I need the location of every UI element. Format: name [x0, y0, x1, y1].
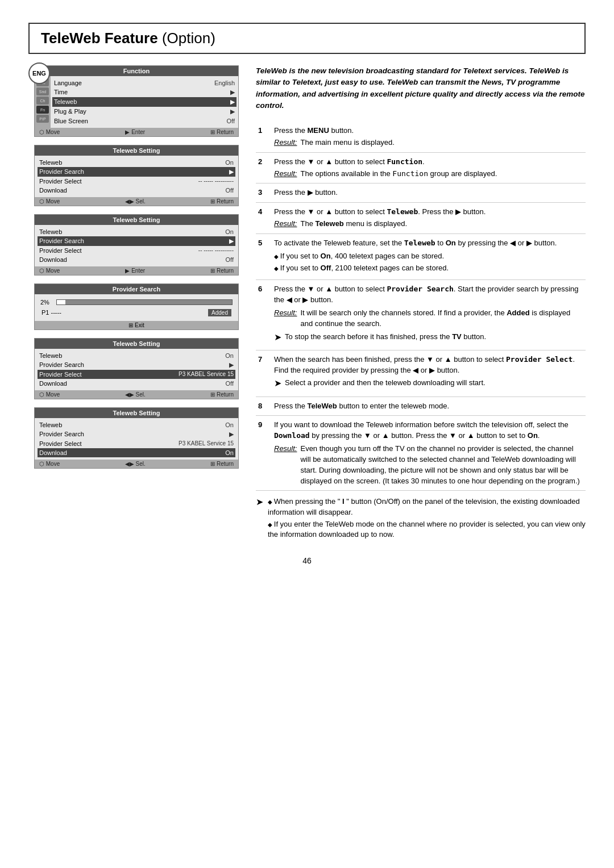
sidebar-icon-function: Fn [36, 106, 49, 114]
steps-table: 1 Press the MENU button. Result: The mai… [256, 122, 586, 491]
step-3-row: 3 Press the ▶ button. [256, 183, 586, 203]
sidebar-icon-channel: Ch [36, 97, 49, 105]
menu-row-language: LanguageEnglish [54, 78, 235, 87]
menu-box-function: Function Pic Snd Ch Fn PIP LanguageEngli… [34, 65, 239, 137]
menu-row-teleweb-5: TelewebOn [39, 420, 234, 429]
step-4-row: 4 Press the ▼ or ▲ button to select Tele… [256, 203, 586, 234]
menu-box-4-footer: ⬡ Move ◀▶ Sel. ⊞ Return [35, 390, 238, 399]
step-7-content: When the search has been finished, press… [272, 350, 586, 397]
step-2-row: 2 Press the ▼ or ▲ button to select Func… [256, 152, 586, 183]
sidebar-icon-sound: Snd [36, 87, 49, 95]
step-3-content: Press the ▶ button. [272, 183, 586, 203]
menu-row-teleweb: Teleweb▶ [52, 97, 237, 107]
menu-box-teleweb-3: Teleweb Setting TelewebOn Provider Searc… [34, 214, 239, 276]
step-9-content: If you want to download the Teleweb info… [272, 416, 586, 491]
menu-row-provider-select-5: Provider SelectP3 KABEL Service 15 [39, 439, 234, 448]
menu-row-provider-search-4: Provider Search▶ [39, 360, 234, 370]
step-8-content: Press the TeleWeb button to enter the te… [272, 397, 586, 416]
step-9-num: 9 [256, 416, 272, 491]
intro-text: TeleWeb is the new television broadcasti… [256, 65, 586, 111]
menu-box-1-footer: ⬡ Move ▶ Enter ⊞ Return [35, 128, 238, 136]
title-bold: TeleWeb Feature [41, 30, 158, 47]
left-column: Function Pic Snd Ch Fn PIP LanguageEngli… [28, 65, 239, 545]
menu-box-1-title: Function [35, 66, 238, 76]
step-8-num: 8 [256, 397, 272, 416]
step-6-num: 6 [256, 280, 272, 350]
provider-search-title: Provider Search [35, 284, 238, 294]
step-8-row: 8 Press the TeleWeb button to enter the … [256, 397, 586, 416]
bottom-section: ➤ When pressing the " I " button (On/Off… [256, 496, 586, 541]
step-6-row: 6 Press the ▼ or ▲ button to select Prov… [256, 280, 586, 350]
ps-footer: ⊞ Exit [35, 321, 238, 329]
menu-row-bluescreen: Blue ScreenOff [54, 116, 235, 126]
menu-row-teleweb-3: TelewebOn [39, 227, 234, 236]
title-bar: TeleWeb Feature (Option) [28, 23, 586, 54]
step-1-num: 1 [256, 122, 272, 152]
step-6-content: Press the ▼ or ▲ button to select Provid… [272, 280, 586, 350]
menu-row-download-3: DownloadOff [39, 255, 234, 264]
sidebar-icon-pip: PIP [36, 115, 49, 123]
page-number: 46 [28, 556, 586, 565]
menu-row-time: Time▶ [54, 87, 235, 97]
menu-row-provider-search-3: Provider Search▶ [38, 236, 235, 246]
menu-box-teleweb-5: Teleweb Setting TelewebOn Provider Searc… [34, 407, 239, 469]
eng-badge: ENG [28, 62, 50, 84]
right-column: TeleWeb is the new television broadcasti… [256, 65, 586, 545]
menu-row-provider-search-5: Provider Search▶ [39, 429, 234, 439]
menu-box-4-title: Teleweb Setting [35, 339, 238, 349]
menu-row-teleweb-4: TelewebOn [39, 351, 234, 360]
step-4-num: 4 [256, 203, 272, 234]
menu-row-download-2: DownloadOff [39, 186, 234, 195]
menu-row-teleweb-2: TelewebOn [39, 158, 234, 167]
menu-box-2-footer: ⬡ Move ◀▶ Sel. ⊞ Return [35, 197, 238, 206]
menu-box-3-footer: ⬡ Move ▶ Enter ⊞ Return [35, 266, 238, 275]
step-4-content: Press the ▼ or ▲ button to select Telewe… [272, 203, 586, 234]
step-5-content: To activate the Teleweb feature, set the… [272, 233, 586, 279]
menu-box-2-title: Teleweb Setting [35, 145, 238, 156]
step-3-num: 3 [256, 183, 272, 203]
step-1-content: Press the MENU button. Result: The main … [272, 122, 586, 152]
menu-box-teleweb-4: Teleweb Setting TelewebOn Provider Searc… [34, 338, 239, 399]
menu-row-provider-select-2: Provider Select-- ----- ---------- [39, 177, 234, 186]
progress-pct: 2% [40, 299, 53, 306]
step-1-row: 1 Press the MENU button. Result: The mai… [256, 122, 586, 152]
title-normal: (Option) [158, 30, 215, 47]
menu-box-3-title: Teleweb Setting [35, 215, 238, 225]
menu-row-provider-select-3: Provider Select-- ----- ---------- [39, 246, 234, 255]
progress-bar-outer [56, 299, 233, 305]
bottom-arrow-1: ➤ When pressing the " I " button (On/Off… [256, 496, 586, 541]
step-5-num: 5 [256, 233, 272, 279]
menu-box-5-title: Teleweb Setting [35, 408, 238, 418]
menu-row-provider-select-4: Provider SelectP3 KABEL Service 15 [38, 370, 235, 379]
added-badge: Added [208, 309, 231, 316]
progress-row: 2% [40, 299, 233, 306]
step-5-row: 5 To activate the Teleweb feature, set t… [256, 233, 586, 279]
progress-bar-inner [57, 300, 65, 304]
menu-row-download-4: DownloadOff [39, 379, 234, 388]
provider-search-box: Provider Search 2% P1 ----- Added ⊞ Exit [34, 283, 239, 330]
step-2-num: 2 [256, 152, 272, 183]
menu-row-provider-search-2: Provider Search▶ [38, 167, 235, 177]
step-2-content: Press the ▼ or ▲ button to select Functi… [272, 152, 586, 183]
step-9-row: 9 If you want to download the Teleweb in… [256, 416, 586, 491]
menu-box-5-footer: ⬡ Move ◀▶ Sel. ⊞ Return [35, 460, 238, 468]
p1-row: P1 ----- Added [40, 309, 233, 316]
p1-label: P1 ----- [42, 309, 61, 316]
step-7-row: 7 When the search has been finished, pre… [256, 350, 586, 397]
menu-row-download-5: DownloadOn [38, 448, 235, 457]
menu-box-teleweb-2: Teleweb Setting TelewebOn Provider Searc… [34, 145, 239, 206]
step-7-num: 7 [256, 350, 272, 397]
menu-row-plug: Plug & Play▶ [54, 107, 235, 116]
